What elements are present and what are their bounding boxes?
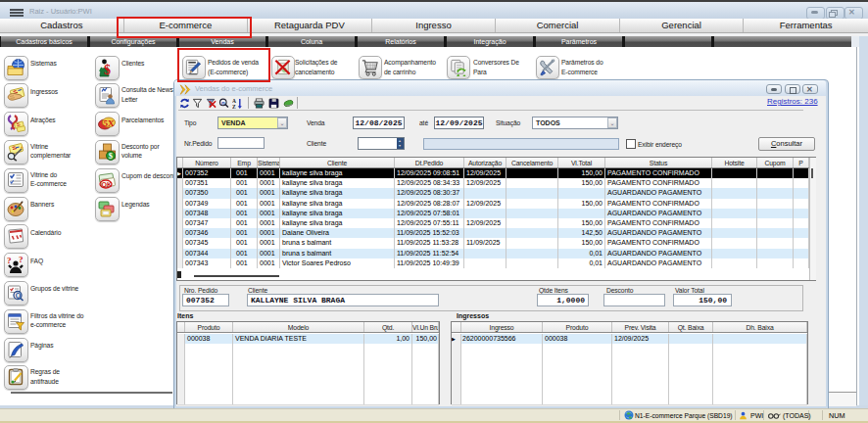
svg-text:5X: 5X	[104, 118, 116, 128]
svg-text:?: ?	[7, 256, 12, 265]
svg-text:Z: Z	[232, 104, 236, 109]
svg-text:?: ?	[19, 255, 24, 264]
svg-text:n: n	[221, 100, 225, 106]
svg-text:$: $	[104, 62, 111, 76]
svg-text:OK: OK	[102, 180, 113, 187]
svg-text:$: $	[109, 151, 114, 161]
